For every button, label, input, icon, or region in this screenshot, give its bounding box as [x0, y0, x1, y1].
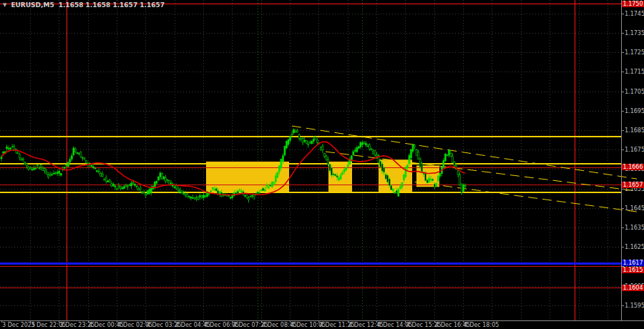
candle-body [57, 172, 58, 174]
candle-body [170, 183, 172, 184]
chart-ohlc-values: 1.1658 1.1658 1.1657 1.1657 [59, 1, 165, 9]
candle-body [284, 146, 286, 155]
candle-body [109, 180, 110, 182]
candle-body [409, 155, 410, 164]
candle-body [273, 182, 275, 183]
candle-body [266, 185, 268, 187]
candle-body [163, 177, 165, 179]
candle-body [212, 187, 213, 189]
candle-body [53, 173, 54, 174]
candle-body [49, 174, 51, 175]
candle-body [46, 172, 47, 174]
candle-body [437, 176, 439, 181]
candle-body [199, 196, 200, 197]
time-tick-label: 4 Dec 18:05 [464, 322, 499, 328]
candle-body [291, 134, 293, 135]
candle-body [308, 144, 309, 145]
candle-body [135, 184, 136, 185]
candle-body [464, 185, 466, 187]
candle-body [335, 175, 336, 176]
price-marker-1.1604: 1.1604 [622, 285, 644, 291]
price-tick-label: 1.1725 [625, 49, 644, 56]
candle-body [143, 192, 145, 193]
price-chart[interactable] [0, 0, 644, 329]
candle-body [419, 159, 421, 167]
candle-body [107, 181, 109, 182]
candle-body [230, 197, 231, 199]
price-axis[interactable]: 1.17451.17351.17251.17151.17051.16951.16… [621, 0, 644, 320]
candle-body [69, 159, 71, 162]
candle-body [91, 165, 92, 166]
candle-body [380, 162, 381, 167]
candle-body [29, 167, 31, 169]
candle-body [80, 152, 82, 157]
candle-body [177, 189, 179, 190]
candle-body [114, 186, 116, 187]
candle-body [157, 177, 159, 180]
candle-body [97, 171, 98, 172]
candle-body [237, 191, 238, 194]
candle-body [39, 167, 40, 168]
candle-body [418, 152, 419, 159]
chart-background [0, 0, 644, 329]
candle-body [122, 187, 123, 189]
candle-body [406, 165, 408, 167]
candle-body [176, 185, 177, 188]
candle-body [52, 175, 53, 175]
candle-body [347, 165, 348, 167]
candle-body [253, 195, 255, 197]
candle-body [459, 175, 461, 185]
candle-body [290, 137, 291, 141]
candle-body [84, 158, 85, 159]
candle-body [376, 154, 378, 156]
candle-body [167, 180, 168, 180]
candle-body [60, 173, 62, 175]
candle-body [410, 149, 411, 158]
candle-body [384, 167, 385, 172]
candle-body [17, 153, 19, 154]
candle-body [210, 191, 212, 192]
candle-body [326, 156, 327, 159]
candle-body [338, 177, 340, 180]
candle-body [201, 195, 203, 197]
candle-body [426, 180, 428, 183]
candle-body [361, 142, 363, 144]
candle-body [425, 174, 426, 181]
candle-body [154, 182, 155, 187]
candle-body [197, 197, 199, 200]
candle-body [365, 144, 366, 145]
candle-body [125, 185, 127, 186]
candle-body [270, 185, 271, 186]
candle-body [214, 190, 215, 190]
candle-body [405, 167, 406, 177]
candle-body [385, 175, 386, 179]
chart-menu-icon[interactable]: ▼ [3, 2, 6, 9]
candle-body [432, 180, 434, 181]
candle-body [396, 191, 397, 193]
candle-body [161, 173, 162, 179]
chart-symbol-timeframe: EURUSD,M5 [11, 1, 54, 9]
price-marker-1.1617: 1.1617 [622, 260, 644, 266]
price-tick-label: 1.1735 [625, 30, 644, 36]
candle-body [302, 139, 303, 143]
candle-body [271, 182, 273, 187]
time-axis[interactable]: 3 Dec 20253 Dec 22:053 Dec 23:254 Dec 00… [0, 321, 621, 329]
price-tick-label: 1.1595 [625, 303, 644, 309]
candle-body [40, 165, 42, 167]
candle-body [71, 156, 72, 159]
candle-body [100, 173, 102, 176]
candle-body [447, 154, 448, 155]
candle-body [129, 185, 130, 185]
candle-body [381, 164, 383, 171]
price-marker-1.1666: 1.1666 [622, 164, 644, 170]
candle-body [132, 182, 134, 183]
candle-body [450, 153, 452, 156]
candle-body [192, 197, 193, 198]
candle-body [322, 146, 323, 150]
candle-body [259, 192, 260, 193]
candle-body [33, 168, 34, 170]
candle-body [354, 150, 356, 151]
candle-body [282, 156, 283, 162]
candle-body [448, 150, 449, 155]
candle-body [248, 198, 250, 200]
